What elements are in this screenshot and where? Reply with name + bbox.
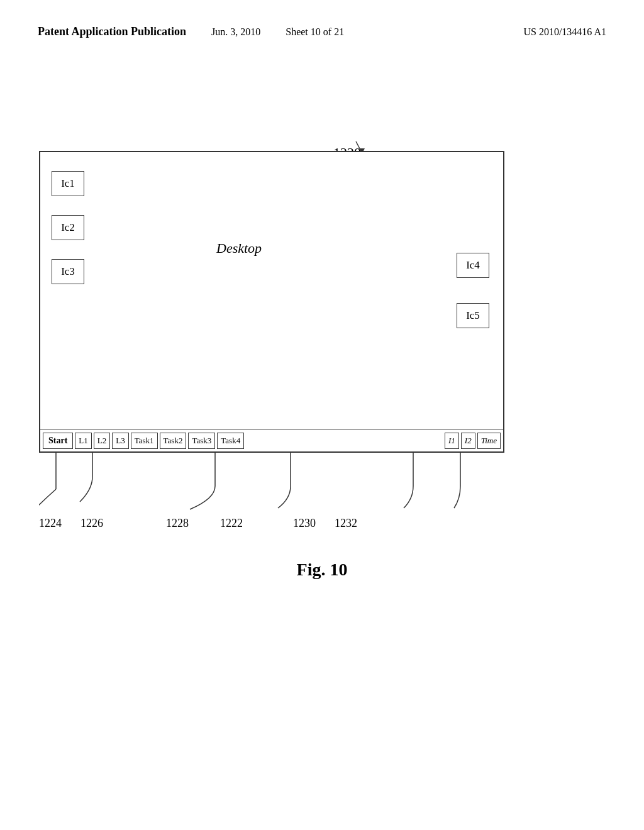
time-button[interactable]: Time (477, 433, 501, 449)
label-1228: 1228 (166, 517, 189, 530)
icon-ic3[interactable]: Ic3 (52, 259, 84, 284)
icon-ic2[interactable]: Ic2 (52, 215, 84, 240)
task1-button[interactable]: Task1 (131, 433, 158, 449)
desktop-window: Ic1 Ic2 Ic3 Desktop Ic4 Ic5 Start L1 L2 … (39, 151, 504, 453)
patent-number: US 2010/134416 A1 (523, 26, 606, 38)
start-button[interactable]: Start (43, 433, 73, 449)
label-1222: 1222 (220, 517, 243, 530)
task3-button[interactable]: Task3 (188, 433, 215, 449)
publication-title: Patent Application Publication (38, 25, 186, 38)
l1-button[interactable]: L1 (75, 433, 91, 449)
label-1232: 1232 (335, 517, 357, 530)
page-header: Patent Application Publication Jun. 3, 2… (38, 25, 606, 38)
i2-button[interactable]: I2 (461, 433, 475, 449)
icon-ic4[interactable]: Ic4 (457, 253, 489, 278)
i1-button[interactable]: I1 (445, 433, 459, 449)
label-1230: 1230 (293, 517, 316, 530)
publication-date: Jun. 3, 2010 (211, 26, 260, 38)
l2-button[interactable]: L2 (94, 433, 110, 449)
icon-ic1[interactable]: Ic1 (52, 171, 84, 196)
icon-ic5[interactable]: Ic5 (457, 303, 489, 328)
label-1226: 1226 (80, 517, 103, 530)
desktop-label: Desktop (216, 240, 262, 257)
callout-labels-row: 1224 1226 1228 1222 1230 1232 (39, 517, 504, 530)
figure-caption: Fig. 10 (297, 560, 348, 580)
sheet-info: Sheet 10 of 21 (286, 26, 344, 38)
task2-button[interactable]: Task2 (160, 433, 187, 449)
label-1224: 1224 (39, 517, 62, 530)
task4-button[interactable]: Task4 (217, 433, 244, 449)
taskbar: Start L1 L2 L3 Task1 Task2 Task3 Task4 I… (40, 429, 503, 451)
l3-button[interactable]: L3 (112, 433, 128, 449)
callout-arrows (39, 451, 504, 514)
